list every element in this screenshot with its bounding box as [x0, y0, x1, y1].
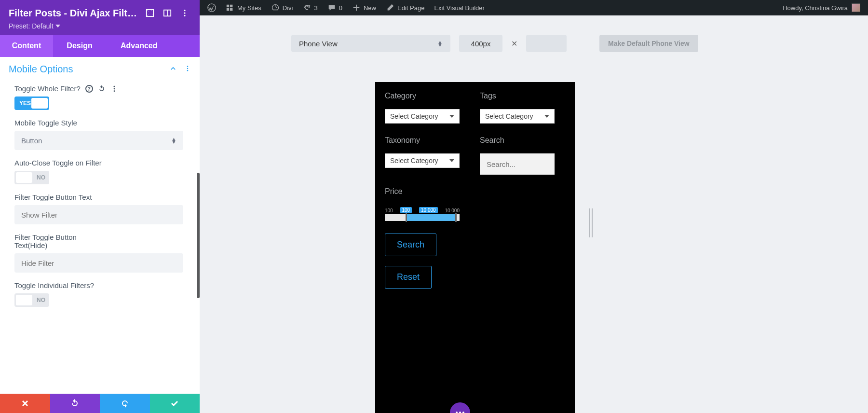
tab-design[interactable]: Design [53, 35, 106, 57]
view-mode-select[interactable]: Phone View ▲▼ [291, 35, 450, 52]
btn-text-hide-input[interactable] [14, 253, 183, 273]
site-menu[interactable]: Divi [267, 0, 297, 15]
svg-point-13 [187, 69, 189, 71]
edit-page-menu[interactable]: Edit Page [382, 0, 428, 15]
undo-button[interactable] [50, 394, 100, 413]
price-lo-tag: 100 [400, 207, 412, 213]
close-icon [20, 399, 30, 408]
columns-icon[interactable] [161, 7, 174, 19]
sidebar-header: Filter Posts - Divi Ajax Filter... Prese… [0, 0, 200, 35]
field-auto-close: Auto-Close Toggle on Filter NO [0, 156, 200, 190]
resize-handle[interactable] [589, 208, 594, 237]
svg-point-10 [184, 15, 185, 16]
preset-label: Preset: Default [9, 22, 54, 30]
svg-point-11 [187, 66, 189, 67]
tags-select[interactable]: Select Category [480, 109, 555, 124]
cancel-button[interactable] [0, 394, 50, 413]
panel-body: Mobile Options Toggle Whole Filter? ? YE… [0, 57, 200, 413]
refresh-icon [303, 3, 312, 12]
howdy-label: Howdy, Christina Gwira [783, 4, 848, 12]
avatar [852, 3, 860, 12]
filter-label-tags: Tags [480, 92, 565, 100]
wp-logo-menu[interactable] [203, 0, 220, 15]
field-label: Auto-Close Toggle on Filter [14, 159, 185, 167]
view-controls: Phone View ▲▼ 400px ✕ Make Default Phone… [200, 15, 868, 52]
site-label: Divi [283, 4, 293, 12]
my-sites-label: My Sites [237, 4, 261, 12]
chevron-down-icon [55, 25, 60, 28]
svg-point-15 [113, 88, 115, 89]
comments-count: 0 [339, 4, 342, 12]
price-min: 100 [385, 208, 393, 213]
filter-label-price: Price [385, 187, 470, 196]
tab-content[interactable]: Content [0, 35, 53, 57]
filter-label-taxonomy: Taxonomy [385, 136, 470, 145]
more-icon[interactable] [110, 85, 118, 93]
field-label: Filter Toggle Button Text [14, 193, 185, 201]
pencil-icon [386, 3, 394, 12]
dimension-x: ✕ [511, 39, 517, 48]
field-label: Toggle Whole Filter? [14, 84, 81, 93]
taxonomy-select[interactable]: Select Category [385, 153, 460, 168]
tab-advanced[interactable]: Advanced [106, 35, 172, 57]
select-arrows-icon: ▲▼ [171, 138, 176, 143]
preset-selector[interactable]: Preset: Default [9, 22, 191, 30]
svg-rect-1 [227, 5, 229, 7]
help-icon[interactable]: ? [85, 85, 93, 93]
updates-menu[interactable]: 3 [299, 0, 322, 15]
my-sites-menu[interactable]: My Sites [222, 0, 265, 15]
make-default-button[interactable]: Make Default Phone View [599, 35, 698, 52]
search-button[interactable]: Search [385, 234, 436, 256]
price-hi-tag: 10 000 [419, 207, 438, 213]
more-icon[interactable] [178, 7, 191, 19]
module-fab[interactable] [450, 402, 470, 413]
chevron-up-icon[interactable] [170, 65, 176, 72]
svg-rect-2 [230, 5, 232, 7]
toggle-whole-filter[interactable]: YES [14, 96, 49, 110]
edit-page-label: Edit Page [397, 4, 424, 12]
viewport-width-input[interactable]: 400px [459, 35, 502, 52]
view-mode-value: Phone View [299, 40, 338, 48]
price-handle-lo[interactable] [406, 213, 407, 222]
select-value: Button [21, 137, 42, 145]
btn-text-input[interactable] [14, 205, 183, 224]
user-menu[interactable]: Howdy, Christina Gwira [779, 3, 864, 12]
toggle-auto-close[interactable]: NO [14, 171, 49, 184]
updates-count: 3 [314, 4, 318, 12]
price-handle-hi[interactable] [455, 213, 457, 222]
price-fill [406, 214, 455, 221]
redo-button[interactable] [100, 394, 150, 413]
svg-rect-4 [230, 8, 232, 11]
price-slider[interactable]: 100 100 10 000 10 000 [385, 205, 460, 221]
filter-label-category: Category [385, 92, 470, 100]
viewport-height-input[interactable] [526, 35, 567, 52]
settings-tabs: Content Design Advanced [0, 35, 200, 57]
wp-admin-bar: My Sites Divi 3 0 New Edit Page Exit Vis… [200, 0, 868, 15]
mobile-style-select[interactable]: Button ▲▼ [14, 131, 183, 150]
plus-icon [352, 3, 361, 12]
save-button[interactable] [150, 394, 200, 413]
reset-button[interactable]: Reset [385, 266, 432, 289]
exit-vb-menu[interactable]: Exit Visual Builder [430, 0, 488, 15]
toggle-label: NO [37, 174, 45, 181]
field-toggle-individual: Toggle Individual Filters? NO [0, 278, 200, 313]
svg-point-14 [113, 85, 115, 87]
search-input[interactable] [480, 153, 555, 175]
filter-label-search: Search [480, 136, 565, 145]
toggle-individual-filters[interactable]: NO [14, 293, 49, 307]
phone-preview: Category Select Category Tags Select Cat… [375, 82, 575, 413]
comments-menu[interactable]: 0 [324, 0, 346, 15]
gauge-icon [271, 3, 280, 12]
undo-icon [70, 399, 80, 408]
chevron-down-icon [449, 159, 454, 162]
more-icon[interactable] [184, 65, 191, 72]
section-mobile-options[interactable]: Mobile Options [0, 57, 200, 82]
exit-vb-label: Exit Visual Builder [434, 4, 485, 12]
toggle-knob [16, 295, 32, 305]
new-menu[interactable]: New [348, 0, 380, 15]
expand-icon[interactable] [144, 7, 156, 19]
select-arrows-icon: ▲▼ [437, 41, 443, 46]
sites-icon [226, 3, 234, 12]
reset-icon[interactable] [98, 85, 106, 93]
category-select[interactable]: Select Category [385, 109, 460, 124]
